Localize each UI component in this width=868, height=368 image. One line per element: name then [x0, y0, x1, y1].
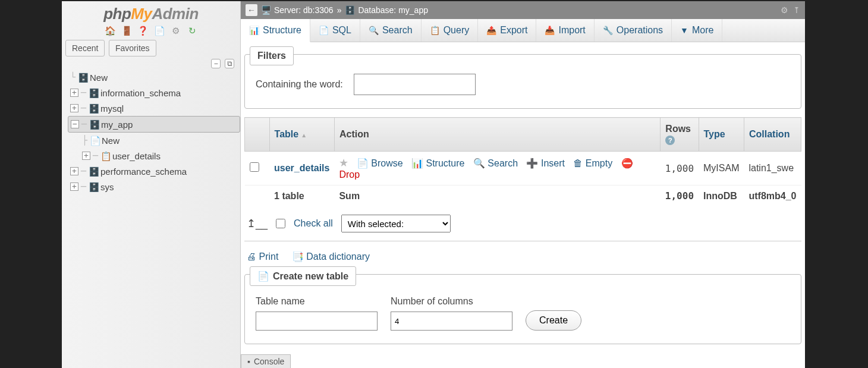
- tree-table-user-details[interactable]: + ─ 📋 user_details: [82, 148, 240, 163]
- database-icon: 🗄️: [89, 166, 98, 176]
- create-button[interactable]: Create: [526, 310, 581, 331]
- containing-word-label: Containing the word:: [256, 79, 343, 90]
- sql-icon[interactable]: 📄: [154, 26, 165, 36]
- with-selected-select[interactable]: With selected:: [341, 215, 451, 232]
- database-icon: 🗄️: [89, 182, 98, 191]
- operations-icon: 🔧: [603, 26, 613, 35]
- check-all-row: ↥__ Check all With selected:: [244, 206, 801, 241]
- main-tabs: 📊 Structure 📄 SQL 🔍 Search 📋 Query 📤 Exp…: [241, 19, 805, 42]
- create-table-box: 📄 Create new table Table name Number of …: [244, 274, 801, 344]
- database-icon: 🗄️: [89, 88, 98, 97]
- console-icon: ▪: [247, 357, 250, 366]
- tab-operations[interactable]: 🔧 Operations: [595, 19, 672, 42]
- col-action: Action: [334, 118, 660, 152]
- reload-icon[interactable]: ↻: [187, 26, 197, 36]
- tab-sql[interactable]: 📄 SQL: [310, 19, 360, 42]
- collapse-all-icon[interactable]: −: [211, 59, 221, 68]
- tree-item-performance-schema[interactable]: + ─ 🗄️ performance_schema: [68, 163, 240, 179]
- new-table-icon: 📄: [90, 136, 99, 145]
- create-table-legend: 📄 Create new table: [250, 266, 356, 286]
- phpmyadmin-logo[interactable]: phpMyAdmin: [62, 1, 240, 24]
- summary-row: 1 table Sum 1,000 InnoDB utf8mb4_0: [245, 185, 801, 207]
- filters-legend: Filters: [250, 46, 294, 65]
- row-count: 1,000: [661, 152, 699, 185]
- sql-icon: 📄: [319, 26, 329, 35]
- col-table[interactable]: Table▲: [269, 118, 334, 152]
- query-icon: 📋: [430, 26, 440, 35]
- docs-icon[interactable]: ❓: [137, 26, 148, 36]
- action-search[interactable]: 🔍 Search: [473, 158, 518, 168]
- expand-icon[interactable]: +: [70, 104, 78, 112]
- database-icon: 🗄️: [345, 5, 354, 15]
- check-all-link[interactable]: Check all: [294, 218, 333, 229]
- action-empty[interactable]: 🗑 Empty: [573, 158, 612, 168]
- page-settings-icon[interactable]: ⚙: [781, 5, 788, 15]
- containing-word-input[interactable]: [354, 74, 476, 95]
- search-icon: 🔍: [369, 26, 379, 35]
- tab-query[interactable]: 📋 Query: [422, 19, 479, 42]
- tree-new-database[interactable]: └ 🗄️ New: [68, 70, 240, 85]
- tree-item-information-schema[interactable]: + ─ 🗄️ information_schema: [68, 85, 240, 100]
- console-tab[interactable]: ▪ Console: [241, 354, 291, 368]
- quick-icons: 🏠 🚪 ❓ 📄 ⚙ ↻: [62, 24, 240, 40]
- link-icon[interactable]: ⧉: [225, 59, 234, 68]
- tab-import[interactable]: 📥 Import: [536, 19, 594, 42]
- back-button[interactable]: ←: [246, 4, 257, 16]
- col-type[interactable]: Type: [699, 118, 744, 152]
- expand-icon[interactable]: +: [70, 183, 78, 191]
- database-icon: 🗄️: [89, 103, 98, 113]
- tree-item-mysql[interactable]: + ─ 🗄️ mysql: [68, 100, 240, 116]
- logout-icon[interactable]: 🚪: [121, 26, 132, 36]
- action-browse[interactable]: 📄 Browse: [357, 158, 403, 168]
- create-table-icon: 📄: [257, 271, 269, 282]
- navigation-panel: phpMyAdmin 🏠 🚪 ❓ 📄 ⚙ ↻ Recent Favorites …: [62, 1, 241, 368]
- tab-export[interactable]: 📤 Export: [478, 19, 536, 42]
- import-icon: 📥: [545, 26, 555, 35]
- tab-more[interactable]: ▼ More: [672, 19, 722, 42]
- tree-item-my-app[interactable]: − ─ 🗄️ my_app: [68, 116, 240, 133]
- recent-tab[interactable]: Recent: [65, 40, 105, 56]
- rows-help-icon[interactable]: ?: [665, 136, 675, 145]
- breadcrumb-server[interactable]: Server: db:3306: [274, 5, 334, 15]
- main-area: ← 🖥️ Server: db:3306 » 🗄️ Database: my_a…: [241, 1, 805, 368]
- col-rows: Rows ?: [661, 118, 699, 152]
- star-icon[interactable]: ★: [339, 157, 348, 169]
- expand-icon[interactable]: +: [82, 152, 90, 160]
- col-collation[interactable]: Collation: [744, 118, 801, 152]
- collapse-icon[interactable]: −: [71, 120, 79, 128]
- check-all-checkbox[interactable]: [276, 219, 285, 228]
- new-db-icon: 🗄️: [78, 73, 87, 82]
- home-icon[interactable]: 🏠: [105, 26, 115, 36]
- row-checkbox[interactable]: [250, 162, 259, 172]
- num-columns-label: Number of columns: [391, 296, 512, 307]
- tree-new-table[interactable]: ├ 📄 New: [82, 133, 240, 148]
- row-collation: latin1_swe: [744, 152, 801, 185]
- action-insert[interactable]: ➕ Insert: [526, 158, 564, 168]
- action-structure[interactable]: 📊 Structure: [411, 158, 464, 168]
- tables-list: Table▲ Action Rows ? Type Collation: [244, 117, 801, 206]
- tab-structure[interactable]: 📊 Structure: [241, 19, 310, 42]
- database-icon: 🗄️: [89, 119, 99, 129]
- table-name-label: Table name: [256, 296, 378, 307]
- print-link[interactable]: 🖨 Print: [247, 251, 278, 262]
- table-name-input[interactable]: [256, 312, 378, 331]
- tree-item-sys[interactable]: + ─ 🗄️ sys: [68, 179, 240, 194]
- num-columns-input[interactable]: [391, 312, 512, 331]
- filters-box: Filters Containing the word:: [244, 54, 801, 109]
- data-dictionary-link[interactable]: 📑 Data dictionary: [292, 251, 370, 262]
- expand-icon[interactable]: +: [70, 89, 78, 97]
- more-icon: ▼: [680, 26, 688, 35]
- export-icon: 📤: [486, 26, 496, 35]
- table-icon: 📋: [100, 151, 110, 161]
- expand-icon[interactable]: +: [70, 167, 78, 175]
- settings-icon[interactable]: ⚙: [170, 26, 181, 36]
- table-row: user_details ★ 📄 Browse 📊 Structure 🔍 Se…: [245, 152, 801, 185]
- arrow-up-icon: ↥__: [247, 217, 268, 230]
- breadcrumb-database[interactable]: Database: my_app: [358, 5, 428, 15]
- table-name-link[interactable]: user_details: [274, 163, 329, 173]
- database-tree: └ 🗄️ New + ─ 🗄️ information_schema + ─ 🗄…: [62, 70, 240, 133]
- tab-search[interactable]: 🔍 Search: [360, 19, 422, 42]
- favorites-tab[interactable]: Favorites: [109, 40, 156, 56]
- breadcrumb-bar: ← 🖥️ Server: db:3306 » 🗄️ Database: my_a…: [241, 1, 805, 19]
- collapse-top-icon[interactable]: ⤒: [793, 5, 800, 15]
